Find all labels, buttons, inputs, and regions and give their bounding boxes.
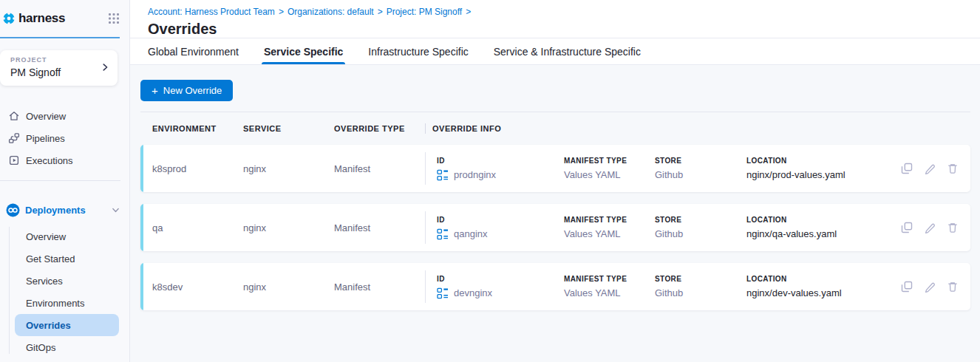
module-indicator-line (0, 37, 120, 38)
row-manifest-type-cell: MANIFEST TYPE Values YAML (564, 275, 655, 298)
project-meta: PROJECT PM Signoff (10, 56, 100, 78)
store-label: STORE (655, 216, 746, 224)
row-id-cell: ID prodnginx (432, 157, 564, 181)
store-label: STORE (655, 157, 746, 165)
breadcrumb-separator: > (378, 7, 383, 17)
page-header: Account: Harness Product Team > Organiza… (130, 0, 980, 38)
id-value: qanginx (437, 228, 564, 240)
sidebar-item-pipelines[interactable]: Pipelines (0, 127, 129, 149)
row-environment: qa (152, 222, 243, 233)
sidebar-item-overrides[interactable]: Overrides (15, 314, 119, 336)
chevron-down-icon (111, 205, 120, 215)
row-service: nginx (243, 222, 334, 233)
override-row-qa[interactable]: qa nginx Manifest ID (140, 204, 970, 251)
breadcrumb-separator: > (279, 7, 284, 17)
new-override-button[interactable]: + New Override (140, 80, 233, 101)
sidebar-item-label: Overview (26, 111, 66, 122)
sub-item-label: Services (26, 276, 63, 287)
breadcrumb-organization[interactable]: Organizations: default (287, 7, 374, 17)
location-value: nginx/dev-values.yaml (746, 287, 894, 298)
plus-icon: + (152, 85, 158, 96)
row-manifest-type-cell: MANIFEST TYPE Values YAML (564, 157, 655, 180)
sub-item-label: Overrides (26, 320, 71, 331)
sidebar-nav: Overview Pipelines (0, 105, 129, 171)
id-text: prodnginx (454, 169, 496, 180)
sidebar-item-label: Executions (26, 155, 73, 166)
sidebar: harness PROJECT PM Signoff (0, 0, 130, 362)
tab-global-environment[interactable]: Global Environment (148, 38, 239, 64)
override-rows: k8sprod nginx Manifest ID (140, 145, 970, 310)
edit-icon[interactable] (924, 222, 936, 233)
overrides-content: + New Override ENVIRONMENT SERVICE OVERR… (130, 65, 980, 362)
header-divider (425, 123, 426, 134)
sub-item-label: Overview (26, 231, 66, 242)
sidebar-item-label: Pipelines (26, 133, 65, 144)
sidebar-item-gitops[interactable]: GitOps (0, 336, 129, 358)
tab-service-infrastructure-specific[interactable]: Service & Infrastructure Specific (494, 38, 641, 64)
main-area: Account: Harness Product Team > Organiza… (130, 0, 980, 362)
row-environment: k8sdev (152, 281, 243, 293)
id-label: ID (437, 275, 564, 283)
manifest-type-value: Values YAML (564, 287, 655, 298)
override-row-k8sprod[interactable]: k8sprod nginx Manifest ID (140, 145, 970, 192)
row-divider (425, 270, 426, 303)
table-header: ENVIRONMENT SERVICE OVERRIDE TYPE OVERRI… (140, 112, 970, 145)
sidebar-item-dep-overview[interactable]: Overview (0, 225, 129, 247)
row-location-cell: LOCATION nginx/qa-values.yaml (746, 216, 894, 239)
clone-icon[interactable] (901, 163, 913, 174)
new-override-label: New Override (163, 85, 222, 96)
col-service: SERVICE (243, 124, 334, 133)
breadcrumb-account[interactable]: Account: Harness Product Team (148, 7, 275, 17)
sub-item-label: Get Started (26, 253, 75, 264)
sidebar-item-environments[interactable]: Environments (0, 292, 129, 314)
override-row-k8sdev[interactable]: k8sdev nginx Manifest ID (140, 263, 970, 310)
row-id-cell: ID qanginx (432, 216, 564, 240)
row-override-type: Manifest (334, 281, 425, 293)
tab-infrastructure-specific[interactable]: Infrastructure Specific (368, 38, 468, 64)
edit-icon[interactable] (924, 163, 936, 174)
row-id-cell: ID devnginx (432, 275, 564, 299)
tab-bar: Global Environment Service Specific Infr… (130, 38, 980, 65)
sidebar-item-get-started[interactable]: Get Started (0, 247, 129, 270)
sub-item-label: Environments (26, 298, 84, 309)
tab-service-specific[interactable]: Service Specific (264, 38, 343, 64)
app-root: harness PROJECT PM Signoff (0, 0, 980, 362)
breadcrumb-project[interactable]: Project: PM Signoff (387, 7, 463, 17)
id-label: ID (437, 157, 564, 165)
id-icon (437, 228, 449, 240)
manifest-type-label: MANIFEST TYPE (564, 157, 655, 165)
harness-logo[interactable]: harness (2, 11, 65, 26)
location-value: nginx/prod-values.yaml (746, 169, 894, 180)
clone-icon[interactable] (901, 281, 913, 293)
manifest-type-label: MANIFEST TYPE (564, 216, 655, 224)
project-selector[interactable]: PROJECT PM Signoff (0, 50, 118, 86)
delete-icon[interactable] (947, 163, 959, 174)
sidebar-item-executions[interactable]: Executions (0, 149, 129, 171)
id-icon (437, 169, 449, 181)
sidebar-item-overview[interactable]: Overview (0, 105, 129, 127)
row-override-type: Manifest (334, 163, 425, 174)
col-override-info: OVERRIDE INFO (432, 124, 564, 133)
delete-icon[interactable] (947, 281, 959, 293)
delete-icon[interactable] (947, 222, 959, 233)
row-environment: k8sprod (152, 163, 243, 174)
manifest-type-label: MANIFEST TYPE (564, 275, 655, 283)
chevron-right-icon (100, 62, 110, 72)
store-label: STORE (655, 275, 746, 283)
clone-icon[interactable] (901, 222, 913, 233)
edit-icon[interactable] (924, 281, 936, 293)
executions-icon (7, 154, 20, 166)
row-override-type: Manifest (334, 222, 425, 233)
id-value: devnginx (437, 287, 564, 299)
deployments-label: Deployments (25, 205, 86, 216)
sub-item-label: GitOps (26, 342, 55, 353)
location-label: LOCATION (746, 157, 894, 165)
sidebar-section-deployments[interactable]: Deployments (0, 197, 129, 222)
home-icon (7, 110, 20, 122)
sidebar-item-services[interactable]: Services (0, 270, 129, 292)
app-launcher-grid-icon[interactable] (109, 13, 119, 24)
sidebar-divider (0, 180, 120, 181)
store-value: Github (655, 287, 746, 298)
id-text: qanginx (454, 228, 488, 239)
id-icon (437, 287, 449, 299)
